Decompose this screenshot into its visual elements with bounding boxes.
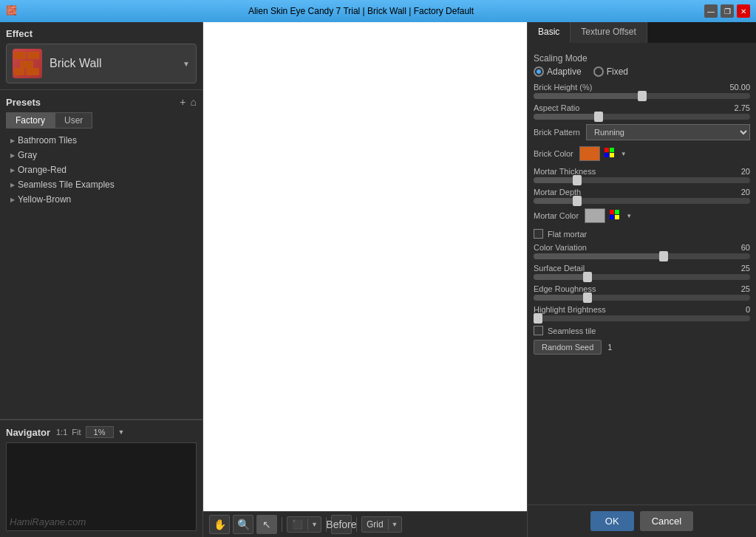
mortar-depth-label-row: Mortar Depth 20 [534, 188, 750, 196]
aspect-ratio-slider[interactable] [534, 114, 750, 120]
seamless-tile-checkbox[interactable] [534, 326, 543, 335]
mortar-thickness-label: Mortar Thickness [534, 167, 596, 176]
effect-name: Brick Wall [50, 57, 183, 70]
preset-name: Bathroom Tiles [18, 135, 77, 146]
mortar-depth-slider[interactable] [534, 198, 750, 204]
before-button[interactable]: Before [331, 515, 352, 534]
adaptive-radio[interactable]: Adaptive [534, 66, 582, 77]
highlight-brightness-slider[interactable] [534, 315, 750, 321]
brick-color-grid-button[interactable] [603, 146, 621, 161]
minimize-button[interactable]: — [704, 4, 718, 18]
list-item[interactable]: ▶ Bathroom Tiles [6, 133, 197, 148]
highlight-brightness-value: 0 [746, 305, 750, 314]
scaling-mode-radio-row: Adaptive Fixed [534, 66, 750, 77]
tab-user[interactable]: User [55, 112, 92, 129]
tab-texture-offset[interactable]: Texture Offset [571, 22, 647, 43]
svg-rect-5 [605, 148, 609, 152]
brick-height-label: Brick Height (%) [534, 83, 592, 92]
close-button[interactable]: ✕ [737, 4, 750, 18]
preset-name: Gray [18, 150, 37, 160]
mortar-color-label: Mortar Color [534, 211, 579, 220]
add-preset-button[interactable]: + [180, 96, 185, 108]
navigator-section: Navigator 1:1 Fit ▼ HamiRayane.com [0, 420, 202, 537]
zoom-1to1[interactable]: 1:1 [56, 428, 67, 437]
highlight-brightness-thumb[interactable] [534, 313, 542, 324]
aspect-ratio-thumb[interactable] [594, 112, 603, 122]
brick-color-dropdown-icon[interactable]: ▼ [621, 151, 627, 157]
toolbar-separator [282, 517, 282, 532]
highlight-brightness-row: Highlight Brightness 0 [534, 305, 750, 321]
tab-basic[interactable]: Basic [528, 22, 571, 43]
mortar-thickness-value: 20 [741, 167, 750, 176]
fixed-radio[interactable]: Fixed [593, 66, 628, 77]
mortar-color-swatch[interactable] [585, 208, 605, 223]
canvas-size-dropdown-icon[interactable]: ▼ [307, 519, 321, 530]
mortar-color-dropdown-icon[interactable]: ▼ [626, 213, 632, 219]
zoom-input[interactable] [86, 426, 114, 438]
edge-roughness-fill [534, 295, 588, 301]
ok-button[interactable]: OK [590, 511, 634, 531]
effect-section: Effect Brick Wall ▼ [0, 22, 202, 90]
watermark-text: HamiRayane.com [10, 516, 86, 527]
mortar-depth-thumb[interactable] [573, 196, 582, 206]
effect-selector[interactable]: Brick Wall ▼ [6, 44, 197, 83]
grid-dropdown-icon[interactable]: ▼ [388, 519, 401, 530]
surface-detail-thumb[interactable] [583, 272, 592, 282]
flat-mortar-row: Flat mortar [534, 229, 750, 239]
window-controls: — ❐ ✕ [704, 4, 750, 18]
presets-header: Presets + ⌂ [6, 96, 197, 108]
color-variation-fill [534, 253, 664, 259]
brick-color-swatch[interactable] [579, 146, 600, 161]
mortar-color-grid-button[interactable] [608, 208, 626, 223]
navigator-preview: HamiRayane.com [6, 442, 197, 531]
titlebar-title: Alien Skin Eye Candy 7 Trial | Brick Wal… [18, 6, 704, 16]
list-item[interactable]: ▶ Orange-Red [6, 163, 197, 177]
chevron-right-icon: ▶ [10, 152, 15, 159]
navigator-label: Navigator [6, 427, 50, 438]
right-content: Scaling Mode Adaptive Fixed Brick Height… [528, 43, 756, 504]
select-tool-button[interactable]: ↖ [256, 515, 277, 534]
surface-detail-value: 25 [741, 264, 750, 273]
presets-tabs: Factory User [6, 112, 197, 129]
cancel-button[interactable]: Cancel [640, 511, 693, 531]
brick-height-fill [534, 93, 642, 99]
effect-icon [13, 49, 42, 78]
mortar-thickness-thumb[interactable] [573, 175, 582, 185]
mortar-thickness-row: Mortar Thickness 20 [534, 167, 750, 183]
svg-rect-6 [610, 148, 614, 152]
edge-roughness-thumb[interactable] [583, 293, 592, 303]
brick-height-value: 50.00 [729, 83, 750, 92]
brick-height-thumb[interactable] [638, 91, 647, 101]
home-preset-button[interactable]: ⌂ [191, 96, 197, 108]
list-item[interactable]: ▶ Seamless Tile Examples [6, 177, 197, 192]
svg-rect-11 [610, 215, 614, 219]
right-panel: Basic Texture Offset Scaling Mode Adapti… [527, 22, 756, 537]
seamless-tile-row: Seamless tile [534, 326, 750, 335]
grid-btn[interactable]: Grid [362, 517, 388, 532]
aspect-ratio-fill [534, 114, 599, 120]
presets-actions: + ⌂ [180, 96, 197, 108]
edge-roughness-row: Edge Roughness 25 [534, 284, 750, 301]
color-variation-row: Color Variation 60 [534, 243, 750, 259]
zoom-tool-button[interactable]: 🔍 [233, 515, 253, 534]
canvas-size-btn[interactable]: ⬛ [287, 517, 307, 532]
hand-tool-button[interactable]: ✋ [209, 515, 230, 534]
color-variation-thumb[interactable] [659, 251, 668, 261]
mortar-thickness-slider[interactable] [534, 177, 750, 183]
brick-height-slider[interactable] [534, 93, 750, 99]
color-variation-slider[interactable] [534, 253, 750, 259]
surface-detail-slider[interactable] [534, 274, 750, 280]
edge-roughness-slider[interactable] [534, 295, 750, 301]
zoom-dropdown-arrow-icon[interactable]: ▼ [118, 428, 125, 436]
brick-pattern-select[interactable]: Running Stacked Diagonal [586, 124, 750, 140]
maximize-button[interactable]: ❐ [721, 4, 734, 18]
aspect-ratio-row: Aspect Ratio 2.75 [534, 103, 750, 120]
random-seed-button[interactable]: Random Seed [534, 340, 602, 355]
random-seed-row: Random Seed 1 [534, 340, 750, 355]
list-item[interactable]: ▶ Yellow-Brown [6, 192, 197, 207]
flat-mortar-checkbox[interactable] [534, 229, 543, 239]
list-item[interactable]: ▶ Gray [6, 148, 197, 163]
tab-factory[interactable]: Factory [6, 112, 55, 129]
svg-rect-4 [26, 68, 39, 75]
zoom-fit[interactable]: Fit [72, 428, 81, 437]
